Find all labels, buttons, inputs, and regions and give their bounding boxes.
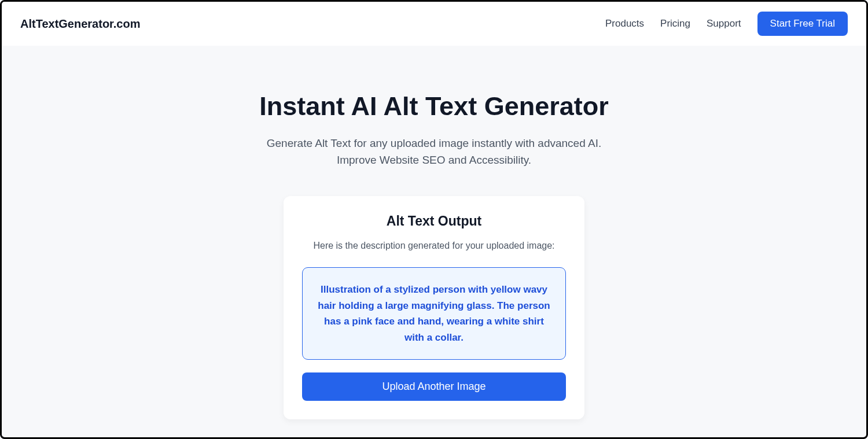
upload-another-image-button[interactable]: Upload Another Image	[302, 372, 566, 401]
start-free-trial-button[interactable]: Start Free Trial	[757, 12, 848, 36]
hero-title: Instant AI Alt Text Generator	[231, 91, 637, 121]
hero-subtitle: Generate Alt Text for any uploaded image…	[249, 135, 619, 168]
nav: Products Pricing Support Start Free Tria…	[605, 12, 848, 36]
card-title: Alt Text Output	[302, 213, 566, 229]
main-content: Instant AI Alt Text Generator Generate A…	[2, 46, 866, 419]
header: AltTextGenerator.com Products Pricing Su…	[2, 2, 866, 46]
site-logo[interactable]: AltTextGenerator.com	[20, 17, 140, 31]
alt-text-output: Illustration of a stylized person with y…	[302, 267, 566, 360]
output-card: Alt Text Output Here is the description …	[284, 196, 584, 419]
nav-link-support[interactable]: Support	[707, 18, 741, 29]
card-subtitle: Here is the description generated for yo…	[302, 241, 566, 251]
nav-link-products[interactable]: Products	[605, 18, 644, 29]
nav-link-pricing[interactable]: Pricing	[660, 18, 690, 29]
